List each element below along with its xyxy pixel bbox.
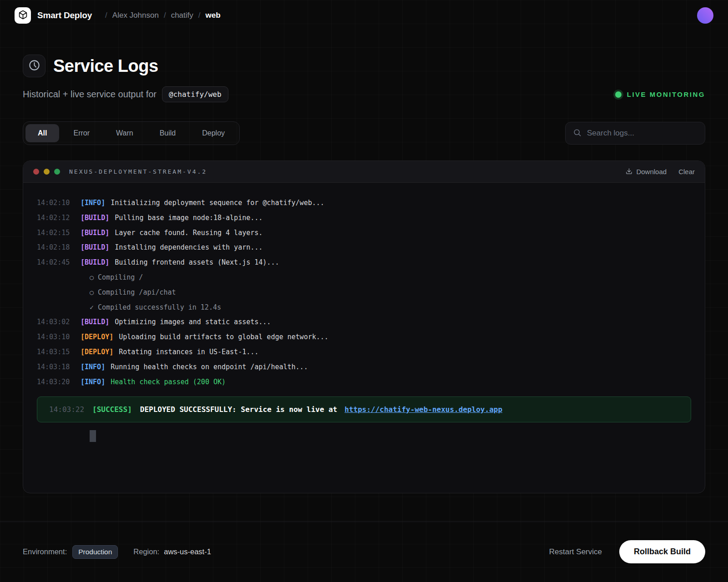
breadcrumb-separator: / bbox=[105, 11, 107, 20]
log-timestamp: 14:02:18 bbox=[37, 240, 72, 255]
environment-label: Environment: bbox=[23, 547, 67, 556]
log-line: 14:03:10 [DEPLOY] Uploading build artifa… bbox=[37, 330, 691, 345]
deployment-link[interactable]: https://chatify-web-nexus.deploy.app bbox=[344, 405, 502, 414]
live-status-dot bbox=[615, 91, 622, 98]
log-line: 14:03:02 [BUILD] Optimizing images and s… bbox=[37, 315, 691, 330]
log-tag: [BUILD] bbox=[81, 240, 109, 255]
breadcrumb-item-chatify[interactable]: chatify bbox=[171, 11, 193, 20]
log-message: Running health checks on endpoint /api/h… bbox=[111, 360, 308, 375]
log-timestamp: 14:02:15 bbox=[37, 226, 72, 241]
log-filter-tabs: AllErrorWarnBuildDeploy bbox=[23, 121, 240, 145]
log-line: ○ Compiling /api/chat bbox=[37, 285, 691, 300]
window-minimize-dot[interactable] bbox=[44, 169, 50, 175]
log-line: ✓ Compiled successfully in 12.4s bbox=[37, 300, 691, 315]
window-close-dot[interactable] bbox=[33, 169, 39, 175]
log-message: ✓ Compiled successfully in 12.4s bbox=[72, 300, 221, 315]
breadcrumb-item-alex-johnson[interactable]: Alex Johnson bbox=[112, 11, 159, 20]
download-icon bbox=[626, 168, 632, 176]
search-box[interactable] bbox=[565, 122, 705, 145]
terminal-body: 14:02:10 [INFO] Initializing deployment … bbox=[23, 183, 705, 455]
breadcrumb-separator: / bbox=[164, 11, 166, 20]
success-message: DEPLOYED SUCCESSFULLY: Service is now li… bbox=[140, 405, 337, 414]
log-tag: [BUILD] bbox=[81, 226, 109, 241]
footer: Environment: Production Region: aws-us-e… bbox=[0, 522, 728, 582]
package-cube-icon bbox=[18, 10, 28, 21]
log-timestamp: 14:03:02 bbox=[37, 315, 72, 330]
tab-error[interactable]: Error bbox=[61, 124, 102, 142]
log-timestamp: 14:02:10 bbox=[37, 196, 72, 211]
app-logo[interactable] bbox=[15, 7, 31, 24]
download-logs-button[interactable]: Download bbox=[626, 168, 667, 176]
log-message: Optimizing images and static assets... bbox=[115, 315, 271, 330]
log-timestamp: 14:02:12 bbox=[37, 211, 72, 226]
log-timestamp: 14:03:18 bbox=[37, 360, 72, 375]
log-tag: [DEPLOY] bbox=[81, 330, 113, 345]
log-timestamp: 14:03:15 bbox=[37, 345, 72, 360]
window-maximize-dot[interactable] bbox=[54, 169, 60, 175]
log-timestamp: 14:02:45 bbox=[37, 255, 72, 270]
log-tag: [DEPLOY] bbox=[81, 345, 113, 360]
brand-name: Smart Deploy bbox=[37, 10, 92, 20]
log-line: 14:03:20 [INFO] Health check passed (200… bbox=[37, 375, 691, 390]
log-tag: [BUILD] bbox=[81, 255, 109, 270]
top-nav: Smart Deploy /Alex Johnson/chatify/web bbox=[0, 0, 728, 31]
tab-build[interactable]: Build bbox=[147, 124, 188, 142]
live-status-label: LIVE MONITORING bbox=[627, 90, 705, 98]
clear-logs-button[interactable]: Clear bbox=[678, 168, 695, 176]
log-message: Layer cache found. Reusing 4 layers. bbox=[115, 226, 263, 241]
main-content: Service Logs Historical + live service o… bbox=[0, 31, 728, 522]
user-avatar[interactable] bbox=[697, 7, 713, 24]
success-timestamp: 14:03:22 bbox=[49, 405, 84, 414]
log-message: Health check passed (200 OK) bbox=[111, 375, 226, 390]
log-line: 14:02:10 [INFO] Initializing deployment … bbox=[37, 196, 691, 211]
success-tag: [SUCCESS] bbox=[92, 405, 132, 414]
log-message: Initializing deployment sequence for @ch… bbox=[111, 196, 324, 211]
log-tag: [INFO] bbox=[81, 360, 105, 375]
service-badge: @chatify/web bbox=[162, 86, 228, 102]
log-timestamp: 14:03:10 bbox=[37, 330, 72, 345]
clock-icon bbox=[28, 59, 40, 73]
page-title: Service Logs bbox=[53, 56, 158, 76]
terminal-cursor bbox=[90, 430, 96, 442]
log-message: Uploading build artifacts to global edge… bbox=[119, 330, 329, 345]
terminal-header: NEXUS-DEPLOYMENT-STREAM-V4.2 Download Cl… bbox=[23, 161, 705, 183]
terminal-title: NEXUS-DEPLOYMENT-STREAM-V4.2 bbox=[69, 168, 207, 175]
log-message: ○ Compiling /api/chat bbox=[72, 285, 176, 300]
log-line: 14:02:12 [BUILD] Pulling base image node… bbox=[37, 211, 691, 226]
tab-deploy[interactable]: Deploy bbox=[190, 124, 237, 142]
region-value: aws-us-east-1 bbox=[164, 547, 211, 556]
log-tag: [INFO] bbox=[81, 375, 105, 390]
log-message: Installing dependencies with yarn... bbox=[115, 240, 263, 255]
rollback-build-button[interactable]: Rollback Build bbox=[619, 540, 705, 563]
log-message: Rotating instances in US-East-1... bbox=[119, 345, 258, 360]
breadcrumb: /Alex Johnson/chatify/web bbox=[100, 11, 220, 20]
log-line: ○ Compiling / bbox=[37, 270, 691, 285]
log-tag: [BUILD] bbox=[81, 315, 109, 330]
breadcrumb-separator: / bbox=[198, 11, 201, 20]
environment-badge: Production bbox=[72, 545, 118, 559]
search-icon bbox=[573, 128, 581, 139]
log-message: Pulling base image node:18-alpine... bbox=[115, 211, 263, 226]
log-line: 14:02:18 [BUILD] Installing dependencies… bbox=[37, 240, 691, 255]
log-message: ○ Compiling / bbox=[72, 270, 143, 285]
log-timestamp: 14:03:20 bbox=[37, 375, 72, 390]
log-line: 14:03:15 [DEPLOY] Rotating instances in … bbox=[37, 345, 691, 360]
log-tag: [BUILD] bbox=[81, 211, 109, 226]
success-banner: 14:03:22 [SUCCESS] DEPLOYED SUCCESSFULLY… bbox=[37, 396, 691, 422]
breadcrumb-item-web[interactable]: web bbox=[206, 11, 221, 20]
log-timestamp bbox=[37, 300, 72, 315]
log-line: 14:02:15 [BUILD] Layer cache found. Reus… bbox=[37, 226, 691, 241]
tab-warn[interactable]: Warn bbox=[104, 124, 146, 142]
restart-service-button[interactable]: Restart Service bbox=[549, 547, 602, 557]
tab-all[interactable]: All bbox=[25, 124, 59, 142]
logs-icon-button bbox=[23, 55, 46, 77]
search-input[interactable] bbox=[587, 129, 698, 138]
live-monitoring-indicator: LIVE MONITORING bbox=[615, 90, 705, 98]
log-timestamp bbox=[37, 285, 72, 300]
page: Smart Deploy /Alex Johnson/chatify/web S… bbox=[0, 0, 728, 582]
log-line: 14:03:18 [INFO] Running health checks on… bbox=[37, 360, 691, 375]
log-tag: [INFO] bbox=[81, 196, 105, 211]
log-message: Building frontend assets (Next.js 14)... bbox=[115, 255, 279, 270]
log-lines: 14:02:10 [INFO] Initializing deployment … bbox=[37, 196, 691, 389]
log-terminal: NEXUS-DEPLOYMENT-STREAM-V4.2 Download Cl… bbox=[23, 161, 705, 493]
